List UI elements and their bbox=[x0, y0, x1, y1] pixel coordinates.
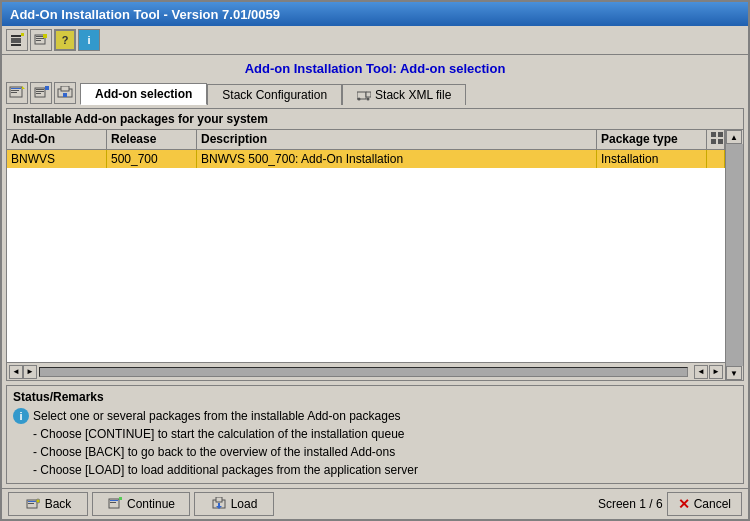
svg-rect-28 bbox=[711, 139, 716, 144]
toolbar-btn-1[interactable] bbox=[6, 29, 28, 51]
tab-icon-btn-3[interactable] bbox=[54, 82, 76, 104]
right-scroll-btns: ◄ ► bbox=[694, 365, 723, 379]
table-with-scroll: Add-On Release Description Package type bbox=[7, 130, 743, 380]
tab-stack-configuration[interactable]: Stack Configuration bbox=[207, 84, 342, 105]
tab-icon-btn-1[interactable] bbox=[6, 82, 28, 104]
toolbar-btn-info[interactable]: i bbox=[78, 29, 100, 51]
status-line-1: - Choose [CONTINUE] to start the calcula… bbox=[33, 425, 418, 443]
svg-rect-2 bbox=[11, 44, 21, 46]
title-bar: Add-On Installation Tool - Version 7.01/… bbox=[2, 2, 748, 26]
svg-rect-20 bbox=[61, 86, 69, 91]
col-addon: Add-On bbox=[7, 130, 107, 149]
info-icon: i bbox=[13, 408, 29, 424]
scroll-left-btn[interactable]: ◄ bbox=[9, 365, 23, 379]
page-breadcrumb: Add-on Installation Tool: Add-on selecti… bbox=[6, 59, 744, 78]
continue-icon bbox=[107, 496, 123, 512]
toolbar-btn-help[interactable]: ? bbox=[54, 29, 76, 51]
svg-rect-7 bbox=[36, 40, 41, 41]
truck-icon bbox=[357, 89, 371, 101]
col-extra bbox=[707, 130, 725, 149]
status-title: Status/Remarks bbox=[13, 390, 737, 404]
col-release: Release bbox=[107, 130, 197, 149]
svg-rect-6 bbox=[36, 38, 44, 39]
svg-rect-18 bbox=[45, 86, 49, 90]
col-description: Description bbox=[197, 130, 597, 149]
table-body[interactable]: BNWVS 500_700 BNWVS 500_700: Add-On Inst… bbox=[7, 150, 725, 362]
cancel-label: Cancel bbox=[694, 497, 731, 511]
back-icon bbox=[25, 496, 41, 512]
toolbar-btn-2[interactable] bbox=[30, 29, 52, 51]
svg-rect-29 bbox=[718, 139, 723, 144]
screen-info: Screen 1 / 6 bbox=[598, 497, 663, 511]
svg-rect-0 bbox=[11, 35, 21, 37]
bottom-bar: Back Continue bbox=[2, 488, 748, 519]
svg-rect-15 bbox=[36, 89, 44, 90]
status-main-text: Select one or several packages from the … bbox=[33, 407, 418, 425]
tab-addon-selection[interactable]: Add-on selection bbox=[80, 83, 207, 105]
svg-rect-21 bbox=[63, 93, 67, 97]
svg-marker-8 bbox=[43, 34, 47, 38]
status-text: Select one or several packages from the … bbox=[33, 407, 418, 479]
svg-rect-31 bbox=[28, 501, 36, 502]
cancel-icon: ✕ bbox=[678, 496, 690, 512]
svg-rect-16 bbox=[36, 91, 44, 92]
back-button[interactable]: Back bbox=[8, 492, 88, 516]
load-button[interactable]: Load bbox=[194, 492, 274, 516]
svg-rect-10 bbox=[11, 88, 21, 89]
svg-rect-1 bbox=[11, 38, 21, 43]
cell-description: BNWVS 500_700: Add-On Installation bbox=[197, 150, 597, 168]
col-package-type: Package type bbox=[597, 130, 707, 149]
svg-rect-27 bbox=[718, 132, 723, 137]
continue-label: Continue bbox=[127, 497, 175, 511]
svg-rect-32 bbox=[28, 503, 34, 504]
continue-button[interactable]: Continue bbox=[92, 492, 190, 516]
panel-header: Installable Add-on packages for your sys… bbox=[7, 109, 743, 130]
main-window: Add-On Installation Tool - Version 7.01/… bbox=[0, 0, 750, 521]
scroll-up-btn[interactable]: ▲ bbox=[726, 130, 742, 144]
scroll-right-btn2[interactable]: ◄ bbox=[694, 365, 708, 379]
scroll-right-btn[interactable]: ► bbox=[23, 365, 37, 379]
scroll-right-btn3[interactable]: ► bbox=[709, 365, 723, 379]
scroll-down-btn[interactable]: ▼ bbox=[726, 366, 742, 380]
svg-rect-5 bbox=[36, 36, 44, 37]
cell-addon: BNWVS bbox=[7, 150, 107, 168]
tabs-area: Add-on selection Stack Configuration Sta… bbox=[6, 82, 744, 104]
svg-rect-36 bbox=[119, 497, 122, 500]
cell-package-type: Installation bbox=[597, 150, 707, 168]
window-title: Add-On Installation Tool - Version 7.01/… bbox=[10, 7, 280, 22]
status-info-row: i Select one or several packages from th… bbox=[13, 407, 737, 479]
tab-icon-btn-2[interactable] bbox=[30, 82, 52, 104]
back-label: Back bbox=[45, 497, 72, 511]
table-header: Add-On Release Description Package type bbox=[7, 130, 725, 150]
load-icon bbox=[211, 496, 227, 512]
table-main: Add-On Release Description Package type bbox=[7, 130, 725, 380]
tab-stack-xml-file[interactable]: Stack XML file bbox=[342, 84, 466, 105]
svg-marker-23 bbox=[366, 92, 371, 97]
svg-rect-35 bbox=[110, 500, 118, 501]
svg-rect-12 bbox=[11, 92, 17, 93]
status-line-2: - Choose [BACK] to go back to the overvi… bbox=[33, 443, 418, 461]
tab-icon-area bbox=[6, 82, 76, 104]
svg-marker-13 bbox=[22, 86, 25, 89]
cell-extra bbox=[707, 150, 725, 168]
main-panel: Installable Add-on packages for your sys… bbox=[6, 108, 744, 381]
svg-rect-3 bbox=[21, 33, 24, 36]
right-scrollbar: ▲ ▼ bbox=[725, 130, 743, 380]
empty-space bbox=[7, 168, 725, 318]
status-panel: Status/Remarks i Select one or several p… bbox=[6, 385, 744, 484]
scroll-track-vert[interactable] bbox=[726, 144, 743, 366]
svg-rect-11 bbox=[11, 90, 19, 91]
svg-point-25 bbox=[367, 98, 370, 101]
status-line-3: - Choose [LOAD] to load additional packa… bbox=[33, 461, 418, 479]
load-label: Load bbox=[231, 497, 258, 511]
table-row[interactable]: BNWVS 500_700 BNWVS 500_700: Add-On Inst… bbox=[7, 150, 725, 168]
svg-rect-26 bbox=[711, 132, 716, 137]
svg-point-24 bbox=[358, 98, 361, 101]
horiz-scroll-track[interactable] bbox=[39, 367, 688, 377]
svg-point-33 bbox=[36, 499, 40, 503]
cell-release: 500_700 bbox=[107, 150, 197, 168]
toolbar: ? i bbox=[2, 26, 748, 55]
svg-rect-39 bbox=[216, 497, 222, 502]
cancel-button[interactable]: ✕ Cancel bbox=[667, 492, 742, 516]
svg-rect-17 bbox=[36, 93, 41, 94]
